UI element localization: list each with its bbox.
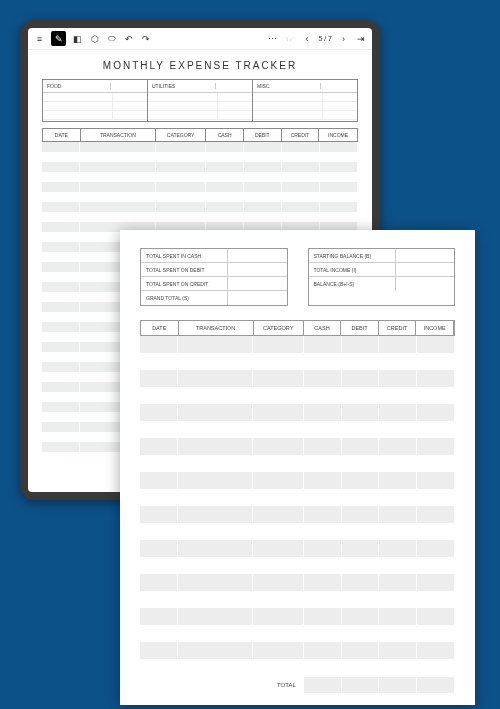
- col-debit: DEBIT: [244, 129, 282, 141]
- page-indicator: 5 / 7: [318, 35, 332, 42]
- table-row: [140, 353, 455, 370]
- ledger-header-row: DATE TRANSACTION CATEGORY CASH DEBIT CRE…: [140, 320, 455, 336]
- col-transaction: TRANSACTION: [81, 129, 156, 141]
- category-label: MISC: [257, 83, 320, 89]
- undo-icon[interactable]: ↶: [123, 33, 134, 44]
- category-col-utilities: UTILITIES: [148, 80, 253, 121]
- table-row: [140, 523, 455, 540]
- table-row: [140, 489, 455, 506]
- hand-icon[interactable]: ☞: [284, 33, 295, 44]
- col-income: INCOME: [319, 129, 357, 141]
- col-debit: DEBIT: [341, 321, 379, 335]
- category-label: FOOD: [47, 83, 110, 89]
- summary-label: TOTAL SPENT IN CASH: [141, 249, 228, 262]
- summary-box-spending: TOTAL SPENT IN CASH TOTAL SPENT ON DEBIT…: [140, 248, 288, 306]
- table-row: [42, 172, 358, 182]
- table-row: [140, 404, 455, 421]
- table-row: [42, 152, 358, 162]
- menu-icon[interactable]: ≡: [34, 33, 45, 44]
- summary-row: TOTAL SPENT ON DEBIT: [141, 263, 287, 277]
- summary-row: BALANCE (B+I-S): [309, 277, 455, 291]
- ledger-header-row: DATE TRANSACTION CATEGORY CASH DEBIT CRE…: [42, 128, 358, 142]
- col-credit: CREDIT: [379, 321, 417, 335]
- col-income: INCOME: [416, 321, 454, 335]
- eraser-icon[interactable]: ◧: [72, 33, 83, 44]
- col-cash: CASH: [206, 129, 244, 141]
- table-row: [140, 642, 455, 659]
- summary-box-balance: STARTING BALANCE (B) TOTAL INCOME (I) BA…: [308, 248, 456, 306]
- table-row: [140, 557, 455, 574]
- table-row: [42, 182, 358, 192]
- summary-row: TOTAL SPENT IN CASH: [141, 249, 287, 263]
- table-row: [140, 506, 455, 523]
- table-row: [42, 162, 358, 172]
- table-row: [42, 202, 358, 212]
- summary-label: TOTAL SPENT ON DEBIT: [141, 263, 228, 276]
- summary-label: TOTAL INCOME (I): [309, 263, 396, 276]
- summary-row: TOTAL SPENT ON CREDIT: [141, 277, 287, 291]
- col-transaction: TRANSACTION: [179, 321, 254, 335]
- redo-icon[interactable]: ↷: [140, 33, 151, 44]
- total-row: TOTAL: [140, 676, 455, 693]
- more-icon[interactable]: ⋯: [267, 33, 278, 44]
- table-row: [42, 192, 358, 202]
- table-row: [140, 659, 455, 676]
- col-category: CATEGORY: [254, 321, 304, 335]
- table-row: [140, 574, 455, 591]
- table-row: [140, 387, 455, 404]
- highlighter-icon[interactable]: ⬡: [89, 33, 100, 44]
- table-row: [140, 370, 455, 387]
- summary-row: STARTING BALANCE (B): [309, 249, 455, 263]
- table-row: [140, 336, 455, 353]
- pen-icon[interactable]: ✎: [51, 31, 66, 46]
- category-col-misc: MISC: [253, 80, 357, 121]
- select-icon[interactable]: ⬭: [106, 33, 117, 44]
- col-date: DATE: [43, 129, 81, 141]
- col-credit: CREDIT: [282, 129, 320, 141]
- col-date: DATE: [141, 321, 179, 335]
- table-row: [42, 212, 358, 222]
- summary-row: GRAND TOTAL (S): [141, 291, 287, 305]
- total-label: TOTAL: [140, 682, 304, 688]
- prev-page-icon[interactable]: ‹: [301, 33, 312, 44]
- toolbar: ≡ ✎ ◧ ⬡ ⬭ ↶ ↷ ⋯ ☞ ‹ 5 / 7 › ⇥: [28, 28, 372, 50]
- table-row: [140, 591, 455, 608]
- col-cash: CASH: [304, 321, 342, 335]
- summary-section: TOTAL SPENT IN CASH TOTAL SPENT ON DEBIT…: [140, 248, 455, 306]
- table-row: [140, 421, 455, 438]
- table-row: [140, 540, 455, 557]
- table-row: [140, 625, 455, 642]
- next-page-icon[interactable]: ›: [338, 33, 349, 44]
- page-title: MONTHLY EXPENSE TRACKER: [42, 60, 358, 71]
- table-row: [140, 438, 455, 455]
- table-row: [140, 455, 455, 472]
- export-icon[interactable]: ⇥: [355, 33, 366, 44]
- summary-label: GRAND TOTAL (S): [141, 291, 228, 305]
- category-col-food: FOOD: [43, 80, 148, 121]
- col-category: CATEGORY: [156, 129, 206, 141]
- ledger-body: [140, 336, 455, 676]
- table-row: [140, 472, 455, 489]
- category-summary-box: FOOD UTILITIES MISC: [42, 79, 358, 122]
- summary-label: BALANCE (B+I-S): [309, 277, 396, 291]
- table-row: [140, 608, 455, 625]
- table-row: [42, 142, 358, 152]
- ledger-table: DATE TRANSACTION CATEGORY CASH DEBIT CRE…: [140, 320, 455, 693]
- category-label: UTILITIES: [152, 83, 215, 89]
- summary-label: STARTING BALANCE (B): [309, 249, 396, 262]
- summary-row: TOTAL INCOME (I): [309, 263, 455, 277]
- front-sheet: TOTAL SPENT IN CASH TOTAL SPENT ON DEBIT…: [120, 230, 475, 705]
- summary-label: TOTAL SPENT ON CREDIT: [141, 277, 228, 290]
